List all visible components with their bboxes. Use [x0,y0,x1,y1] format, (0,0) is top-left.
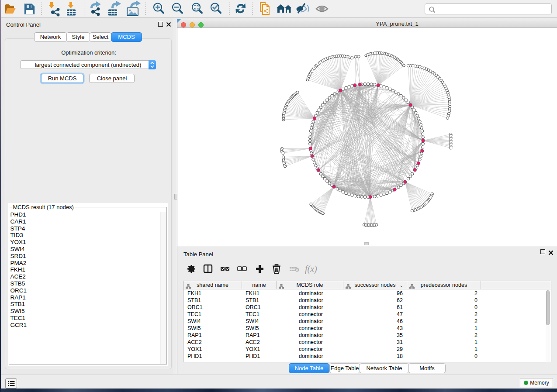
svg-text:f(x): f(x) [305,264,317,274]
